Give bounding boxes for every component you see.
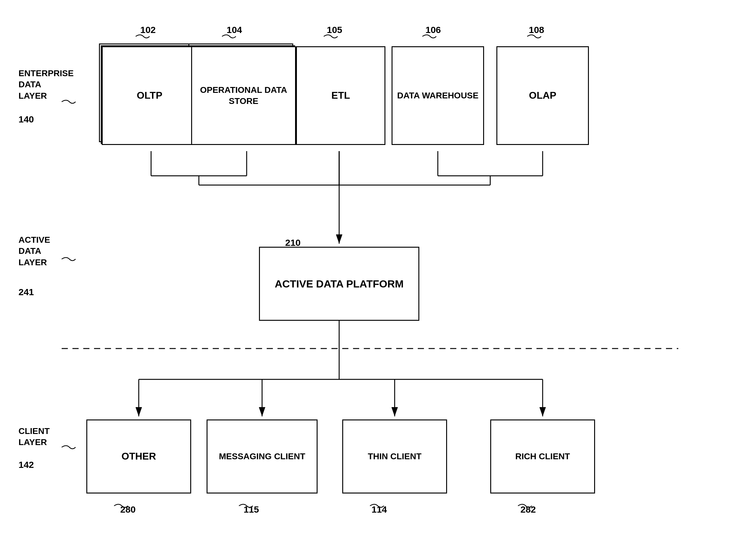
client-layer-label: CLIENT LAYER	[18, 426, 50, 448]
adp-ref: 210	[285, 237, 301, 248]
dw-box: DATA WAREHOUSE	[392, 46, 484, 145]
thin-box: THIN CLIENT	[342, 420, 447, 494]
adp-box: ACTIVE DATA PLATFORM	[259, 247, 419, 321]
active-layer-label: ACTIVE DATA LAYER	[18, 234, 50, 268]
olap-ref: 108	[529, 25, 544, 35]
other-box: OTHER	[86, 420, 191, 494]
rich-box: RICH CLIENT	[490, 420, 595, 494]
messaging-ref: 115	[244, 504, 259, 515]
dw-ref: 106	[425, 25, 441, 35]
messaging-box: MESSAGING CLIENT	[207, 420, 318, 494]
diagram: ENTERPRISE DATA LAYER 140 ACTIVE DATA LA…	[0, 0, 756, 545]
other-ref: 280	[120, 504, 136, 515]
rich-ref: 282	[520, 504, 536, 515]
ods-ref: 104	[227, 25, 242, 35]
etl-ref: 105	[327, 25, 342, 35]
active-layer-ref: 241	[18, 287, 34, 297]
thin-ref: 114	[372, 504, 387, 515]
enterprise-layer-ref: 140	[18, 114, 34, 125]
oltp-box: OLTP	[102, 46, 197, 145]
oltp-ref: 102	[140, 25, 156, 35]
etl-box: ETL	[296, 46, 385, 145]
olap-box: OLAP	[496, 46, 589, 145]
ods-box: OPERATIONAL DATA STORE	[191, 46, 296, 145]
enterprise-layer-label: ENTERPRISE DATA LAYER	[18, 68, 74, 101]
client-layer-ref: 142	[18, 460, 34, 470]
